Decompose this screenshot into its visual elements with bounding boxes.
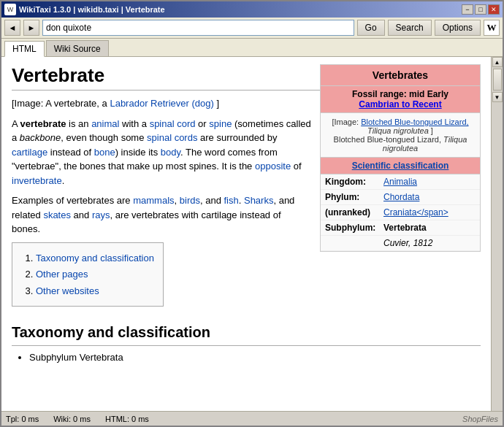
infobox-kingdom-link[interactable]: Animalia <box>383 177 417 187</box>
app-window: W WikiTaxi 1.3.0 | wikidb.taxi | Vertebr… <box>0 0 504 427</box>
titlebar: W WikiTaxi 1.3.0 | wikidb.taxi | Vertebr… <box>1 1 503 18</box>
options-button[interactable]: Options <box>435 20 481 36</box>
back-button[interactable]: ◄ <box>4 20 20 36</box>
maximize-button[interactable]: □ <box>475 4 486 15</box>
toc-link-1[interactable]: Taxonomy and classification <box>36 253 154 263</box>
app-icon: W <box>4 4 16 15</box>
infobox-classification-header: Scientific classification <box>321 158 480 174</box>
infobox-row-subphylum: Subphylum: Vertebrata <box>321 220 480 236</box>
spine-link[interactable]: spine <box>209 118 232 129</box>
birds-link[interactable]: birds <box>180 195 200 206</box>
article-content: Vertebrates Fossil range: mid Early Camb… <box>1 57 491 411</box>
go-button[interactable]: Go <box>357 20 385 36</box>
toc-item-3: Other websites <box>36 284 154 299</box>
toc-link-2[interactable]: Other pages <box>36 269 88 280</box>
invertebrate-link[interactable]: invertebrate <box>12 175 62 186</box>
infobox-title: Vertebrates <box>321 65 480 86</box>
window-controls: − □ ✕ <box>462 4 500 15</box>
spinal-cord-link[interactable]: spinal cord <box>150 118 196 129</box>
infobox-row-unranked: (unranked) Craniata</span> <box>321 205 480 220</box>
minimize-button[interactable]: − <box>462 4 473 15</box>
rays-link[interactable]: rays <box>92 209 110 220</box>
titlebar-left: W WikiTaxi 1.3.0 | wikidb.taxi | Vertebr… <box>4 4 165 15</box>
content-area: Vertebrates Fossil range: mid Early Camb… <box>1 57 503 411</box>
tab-bar: HTML Wiki Source <box>1 39 503 57</box>
section-title-taxonomy: Taxonomy and classification <box>12 321 481 346</box>
toc-item-1: Taxonomy and classification <box>36 251 154 266</box>
spinal-cords-link[interactable]: spinal cords <box>147 132 197 143</box>
status-html: HTML: 0 ms <box>105 415 149 423</box>
list-item: Subphylum Vertebrata <box>29 350 481 365</box>
mammals-link[interactable]: mammals <box>133 195 174 206</box>
opposite-link[interactable]: opposite <box>255 161 291 172</box>
toolbar: ◄ ► Go Search Options W <box>1 18 503 39</box>
scroll-down-button[interactable]: ▼ <box>492 92 503 102</box>
status-wiki: Wiki: 0 ms <box>53 415 91 423</box>
tab-html[interactable]: HTML <box>4 41 45 57</box>
scrollbar: ▲ ▼ <box>491 57 503 411</box>
animal-link[interactable]: animal <box>91 118 119 129</box>
search-button[interactable]: Search <box>388 20 432 36</box>
infobox-image-link[interactable]: Blotched Blue-tongued Lizard, <box>361 118 468 126</box>
close-button[interactable]: ✕ <box>488 4 500 15</box>
forward-button[interactable]: ► <box>23 20 39 36</box>
scroll-thumb[interactable] <box>493 69 502 91</box>
scroll-up-button[interactable]: ▲ <box>492 57 503 67</box>
watermark: ShopFiles <box>462 415 498 423</box>
infobox: Vertebrates Fossil range: mid Early Camb… <box>320 64 481 252</box>
body-link[interactable]: body <box>161 147 180 158</box>
infobox-row-kingdom: Kingdom: Animalia <box>321 174 480 190</box>
skates-link[interactable]: skates <box>43 209 71 220</box>
infobox-craniata-link[interactable]: Craniata</span> <box>383 207 448 218</box>
toc-link-3[interactable]: Other websites <box>36 285 99 296</box>
fish-link[interactable]: fish <box>224 195 239 206</box>
window-title: WikiTaxi 1.3.0 | wikidb.taxi | Vertebrat… <box>19 5 165 14</box>
infobox-section-link[interactable]: Scientific classification <box>352 161 449 171</box>
labrador-link[interactable]: Labrador Retriever (dog) <box>110 98 213 109</box>
infobox-row-cuvier: Cuvier, 1812 <box>321 236 480 251</box>
infobox-image: [Image: Blotched Blue-tongued Lizard, Ti… <box>321 113 480 158</box>
infobox-phylum-link[interactable]: Chordata <box>383 192 419 202</box>
infobox-row-phylum: Phylum: Chordata <box>321 190 480 205</box>
toc-list: Taxonomy and classification Other pages … <box>21 251 154 299</box>
wikipedia-icon: W <box>484 20 500 36</box>
address-input[interactable] <box>42 20 354 36</box>
taxonomy-list: Subphylum Vertebrata <box>12 350 481 365</box>
infobox-cambrian-link[interactable]: Cambrian to Recent <box>359 99 441 109</box>
infobox-subtitle: Fossil range: mid Early Cambrian to Rece… <box>321 86 480 113</box>
tab-wiki-source[interactable]: Wiki Source <box>46 40 109 56</box>
table-of-contents: Taxonomy and classification Other pages … <box>12 242 164 307</box>
status-tpl: Tpl: 0 ms <box>6 415 39 423</box>
bone-link[interactable]: bone <box>94 147 115 158</box>
toc-item-2: Other pages <box>36 267 154 282</box>
cartilage-link[interactable]: cartilage <box>12 147 47 158</box>
statusbar: Tpl: 0 ms Wiki: 0 ms HTML: 0 ms ShopFile… <box>1 411 503 426</box>
sharks-link[interactable]: Sharks <box>244 195 273 206</box>
